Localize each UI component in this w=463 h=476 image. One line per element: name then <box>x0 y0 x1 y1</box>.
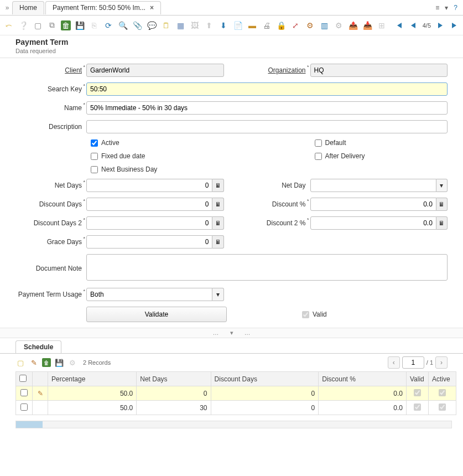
tab-current-label: Payment Term: 50:50 50% Im... <box>53 4 145 12</box>
menu-icon[interactable]: ≡ <box>435 4 439 12</box>
attachment-icon[interactable]: 📎 <box>132 20 143 31</box>
tab-current[interactable]: Payment Term: 50:50 50% Im... × <box>45 1 161 14</box>
report-icon[interactable]: 📄 <box>232 20 243 31</box>
workflow-icon[interactable]: ⚙ <box>304 20 315 31</box>
calculator-icon[interactable]: 🖩 <box>212 198 223 211</box>
import-icon[interactable]: 📥 <box>362 20 373 31</box>
row-select-checkbox[interactable] <box>20 403 28 411</box>
table-row[interactable]: 50.03000.0 <box>16 401 456 415</box>
ellipsis-icon[interactable]: … <box>244 329 251 337</box>
calculator-icon[interactable]: 🖩 <box>436 198 448 211</box>
label-default: Default <box>325 139 346 147</box>
collapse-icon[interactable]: ▾ <box>445 4 448 12</box>
detail-down-icon[interactable]: ⬇ <box>218 20 229 31</box>
page-input[interactable] <box>402 356 424 369</box>
header-valid[interactable]: Valid <box>407 372 429 386</box>
tab-schedule[interactable]: Schedule <box>15 340 61 353</box>
nav-last-icon[interactable] <box>450 20 460 30</box>
print-icon[interactable]: 🖨 <box>261 20 272 31</box>
nav-first-icon[interactable] <box>394 20 404 30</box>
note-icon[interactable]: 🗒 <box>160 20 171 31</box>
chevron-down-icon[interactable]: ▾ <box>436 179 448 192</box>
after-delivery-checkbox[interactable] <box>315 153 322 160</box>
fixed-due-date-checkbox[interactable] <box>91 153 98 160</box>
image-icon[interactable]: 🖼 <box>189 20 200 31</box>
undo-icon[interactable]: ⤺ <box>3 20 14 31</box>
horizontal-scrollbar[interactable] <box>15 421 452 428</box>
chevron-down-icon[interactable]: ▾ <box>212 288 223 301</box>
close-icon[interactable]: × <box>150 4 154 12</box>
expand-icon[interactable]: » <box>2 4 12 12</box>
active-checkbox[interactable] <box>91 139 98 147</box>
nav-next-icon[interactable] <box>435 20 445 30</box>
description-field[interactable] <box>86 120 448 133</box>
edit-icon[interactable]: ✎ <box>29 358 39 368</box>
net-day-select[interactable] <box>310 179 436 192</box>
csv-icon[interactable]: ⊞ <box>376 20 387 31</box>
save-new-icon[interactable]: ⎘ <box>89 20 100 31</box>
header-active[interactable]: Active <box>429 372 456 386</box>
detail-tabs: Schedule <box>0 338 463 354</box>
delete-icon[interactable]: 🗑 <box>61 20 71 30</box>
lock-icon[interactable]: 🔒 <box>275 20 287 31</box>
organization-field[interactable] <box>310 64 448 77</box>
discount2-pct-field[interactable] <box>310 216 436 230</box>
page-next-icon[interactable]: › <box>435 356 448 369</box>
save-icon[interactable]: 💾 <box>74 20 85 31</box>
archive-icon[interactable]: ▬ <box>247 20 258 31</box>
label-discount-pct: Discount % <box>240 200 310 208</box>
label-net-days: Net Days <box>15 182 86 189</box>
help-icon[interactable]: ❔ <box>18 20 29 31</box>
document-note-field[interactable] <box>86 254 448 281</box>
discount-days-field[interactable] <box>86 198 212 211</box>
default-checkbox[interactable] <box>315 139 322 147</box>
discount-days2-field[interactable] <box>86 216 212 230</box>
net-days-field[interactable] <box>86 179 212 192</box>
new-icon[interactable]: ▢ <box>32 20 43 31</box>
label-client[interactable]: Client <box>15 66 86 74</box>
parent-up-icon[interactable]: ⬆ <box>204 20 215 31</box>
payment-term-usage-select[interactable] <box>86 288 212 301</box>
chevron-down-icon[interactable]: ▾ <box>230 329 233 337</box>
next-business-day-checkbox[interactable] <box>91 166 98 173</box>
zoom-across-icon[interactable]: ⤢ <box>290 20 301 31</box>
header-discount-pct[interactable]: Discount % <box>319 372 407 386</box>
edit-row-icon[interactable]: ✎ <box>38 390 43 397</box>
export-icon[interactable]: 📤 <box>347 20 358 31</box>
search-icon[interactable]: 🔍 <box>117 20 128 31</box>
grace-days-field[interactable] <box>86 235 212 249</box>
calculator-icon[interactable]: 🖩 <box>436 216 448 230</box>
save-icon[interactable]: 💾 <box>54 358 64 368</box>
new-icon[interactable]: ▢ <box>15 358 25 368</box>
client-field[interactable] <box>86 64 224 77</box>
ellipsis-icon[interactable]: … <box>213 329 219 337</box>
header-discount-days[interactable]: Discount Days <box>211 372 319 386</box>
help-top-icon[interactable]: ? <box>454 4 457 12</box>
gear-icon[interactable]: ⚙ <box>333 20 344 31</box>
tab-home[interactable]: Home <box>12 1 44 14</box>
delete-icon[interactable]: 🗑 <box>42 358 51 367</box>
cell-valid-checkbox <box>414 389 421 396</box>
refresh-icon[interactable]: ⟳ <box>103 20 114 31</box>
select-all-checkbox[interactable] <box>19 375 27 382</box>
validate-button[interactable]: Validate <box>86 307 227 322</box>
name-field[interactable] <box>86 101 448 115</box>
process-icon[interactable]: ⚙ <box>67 358 77 368</box>
chat-icon[interactable]: 💬 <box>146 20 157 31</box>
row-select-checkbox[interactable] <box>20 389 28 396</box>
table-row[interactable]: ✎50.0000.0 <box>16 386 456 401</box>
discount-pct-field[interactable] <box>310 198 436 211</box>
nav-prev-icon[interactable] <box>408 20 418 30</box>
copy-icon[interactable]: ⧉ <box>46 20 58 31</box>
search-key-field[interactable] <box>86 82 448 96</box>
grid-toggle-icon[interactable]: ▦ <box>175 20 186 31</box>
request-icon[interactable]: ▥ <box>319 20 330 31</box>
header-percentage[interactable]: Percentage <box>48 372 137 386</box>
label-organization[interactable]: Organization <box>240 66 310 74</box>
calculator-icon[interactable]: 🖩 <box>212 235 223 249</box>
header-net-days[interactable]: Net Days <box>137 372 211 386</box>
calculator-icon[interactable]: 🖩 <box>212 216 223 230</box>
cell-discount-days: 0 <box>211 401 319 415</box>
page-prev-icon[interactable]: ‹ <box>388 356 400 369</box>
calculator-icon[interactable]: 🖩 <box>212 179 223 192</box>
